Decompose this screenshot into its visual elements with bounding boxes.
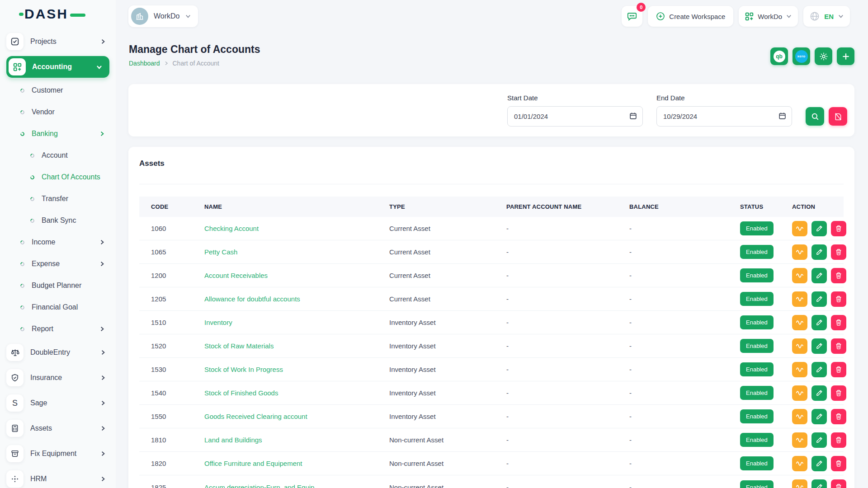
- sidebar-item-bank-sync[interactable]: Bank Sync: [0, 210, 116, 231]
- sidebar-item-fix-equipment[interactable]: Fix Equipment: [0, 441, 116, 466]
- account-name-link[interactable]: Office Furniture and Equipement: [204, 460, 302, 467]
- transactions-button[interactable]: [792, 268, 807, 283]
- edit-button[interactable]: [811, 362, 827, 377]
- transactions-button[interactable]: [792, 221, 807, 236]
- account-name-link[interactable]: Land and Buildings: [204, 436, 262, 444]
- account-name-link[interactable]: Checking Account: [204, 225, 259, 232]
- edit-button[interactable]: [811, 244, 827, 260]
- account-name-link[interactable]: Petty Cash: [204, 248, 237, 256]
- sidebar-item-chart-of-accounts[interactable]: Chart Of Accounts: [0, 166, 116, 188]
- sidebar-item-doubleentry[interactable]: DoubleEntry: [0, 340, 116, 365]
- sidebar-item-assets[interactable]: Assets: [0, 416, 116, 441]
- sidebar-item-financial-goal[interactable]: Financial Goal: [0, 296, 116, 318]
- pencil-icon: [816, 460, 823, 467]
- end-date-input[interactable]: [656, 106, 792, 127]
- quickbooks-button[interactable]: qb: [770, 47, 788, 65]
- transactions-button[interactable]: [792, 244, 807, 260]
- delete-button[interactable]: [831, 432, 846, 448]
- sidebar-item-customer[interactable]: Customer: [0, 80, 116, 101]
- transactions-button[interactable]: [792, 456, 807, 471]
- sidebar-item-report[interactable]: Report: [0, 318, 116, 340]
- delete-button[interactable]: [831, 221, 846, 236]
- edit-button[interactable]: [811, 456, 827, 471]
- delete-button[interactable]: [831, 385, 846, 401]
- edit-button[interactable]: [811, 338, 827, 354]
- status-badge[interactable]: Enabled: [740, 480, 774, 488]
- brand-logo[interactable]: DASH: [0, 0, 116, 28]
- status-badge[interactable]: Enabled: [740, 433, 774, 447]
- account-name-link[interactable]: Account Receivables: [204, 272, 268, 279]
- messages-button[interactable]: 0: [622, 6, 642, 27]
- delete-button[interactable]: [831, 244, 846, 260]
- apps-menu-button[interactable]: WorkDo: [739, 6, 798, 27]
- edit-button[interactable]: [811, 479, 827, 488]
- delete-button[interactable]: [831, 479, 846, 488]
- sidebar-item-account[interactable]: Account: [0, 145, 116, 166]
- account-name-link[interactable]: Allowance for doubtful accounts: [204, 295, 300, 303]
- transactions-button[interactable]: [792, 409, 807, 424]
- account-name-link[interactable]: Goods Received Clearing account: [204, 413, 307, 420]
- edit-button[interactable]: [811, 432, 827, 448]
- status-badge[interactable]: Enabled: [740, 339, 774, 353]
- table-row: 1810 Land and Buildings Non-current Asse…: [139, 428, 844, 452]
- delete-button[interactable]: [831, 268, 846, 283]
- delete-button[interactable]: [831, 409, 846, 424]
- language-selector[interactable]: EN: [803, 6, 850, 27]
- transactions-button[interactable]: [792, 479, 807, 488]
- transactions-button[interactable]: [792, 291, 807, 307]
- edit-button[interactable]: [811, 315, 827, 330]
- status-badge[interactable]: Enabled: [740, 221, 774, 235]
- edit-button[interactable]: [811, 291, 827, 307]
- account-name-link[interactable]: Stock of Raw Materials: [204, 342, 274, 350]
- delete-button[interactable]: [831, 315, 846, 330]
- create-workspace-button[interactable]: Create Workspace: [648, 6, 733, 27]
- parent-account-name: -: [495, 272, 618, 279]
- transactions-button[interactable]: [792, 385, 807, 401]
- status-badge[interactable]: Enabled: [740, 292, 774, 306]
- sidebar-item-transfer[interactable]: Transfer: [0, 188, 116, 210]
- edit-button[interactable]: [811, 268, 827, 283]
- workspace-selector[interactable]: WorkDo: [128, 5, 198, 27]
- account-balance: -: [618, 460, 728, 467]
- edit-button[interactable]: [811, 221, 827, 236]
- transactions-button[interactable]: [792, 315, 807, 330]
- transactions-button[interactable]: [792, 362, 807, 377]
- breadcrumb-dashboard-link[interactable]: Dashboard: [129, 60, 160, 67]
- clear-filter-button[interactable]: [829, 107, 847, 126]
- account-name-link[interactable]: Stock of Finished Goods: [204, 389, 278, 397]
- sidebar-item-accounting[interactable]: Accounting: [6, 56, 109, 78]
- transactions-button[interactable]: [792, 338, 807, 354]
- transactions-button[interactable]: [792, 432, 807, 448]
- start-date-input[interactable]: [507, 106, 643, 127]
- sidebar-item-budget-planner[interactable]: Budget Planner: [0, 275, 116, 296]
- status-badge[interactable]: Enabled: [740, 268, 774, 282]
- bullet-icon: [19, 88, 25, 94]
- status-badge[interactable]: Enabled: [740, 315, 774, 329]
- status-badge[interactable]: Enabled: [740, 362, 774, 376]
- settings-button[interactable]: [815, 47, 832, 65]
- account-name-link[interactable]: Stock of Work In Progress: [204, 366, 283, 373]
- status-badge[interactable]: Enabled: [740, 409, 774, 423]
- delete-button[interactable]: [831, 291, 846, 307]
- sidebar-item-income[interactable]: Income: [0, 231, 116, 253]
- sidebar-item-projects[interactable]: Projects: [0, 29, 116, 54]
- sidebar-item-hrm[interactable]: HRM: [0, 466, 116, 488]
- edit-button[interactable]: [811, 409, 827, 424]
- apply-filter-button[interactable]: [806, 107, 824, 126]
- sidebar-item-insurance[interactable]: Insurance: [0, 365, 116, 390]
- sidebar-item-expense[interactable]: Expense: [0, 253, 116, 275]
- delete-button[interactable]: [831, 456, 846, 471]
- add-account-button[interactable]: [837, 47, 854, 65]
- sidebar-item-vendor[interactable]: Vendor: [0, 101, 116, 123]
- account-name-link[interactable]: Accum.depreciation-Furn. and Equip: [204, 483, 314, 488]
- delete-button[interactable]: [831, 338, 846, 354]
- delete-button[interactable]: [831, 362, 846, 377]
- edit-button[interactable]: [811, 385, 827, 401]
- sidebar-item-banking[interactable]: Banking: [0, 123, 116, 145]
- status-badge[interactable]: Enabled: [740, 245, 774, 259]
- status-badge[interactable]: Enabled: [740, 386, 774, 400]
- account-name-link[interactable]: Inventory: [204, 319, 232, 326]
- status-badge[interactable]: Enabled: [740, 456, 774, 470]
- sidebar-item-sage[interactable]: S Sage: [0, 390, 116, 416]
- xero-button[interactable]: xero: [793, 47, 810, 65]
